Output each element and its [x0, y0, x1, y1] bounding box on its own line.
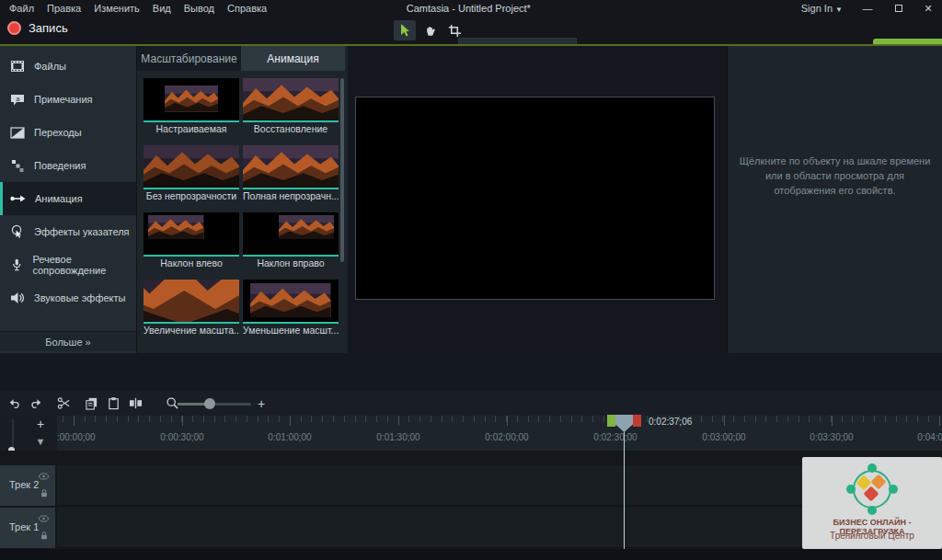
- record-icon: [7, 21, 21, 35]
- menu-file[interactable]: Файл: [9, 3, 34, 14]
- preset-scale-down[interactable]: Уменьшение масшт...: [243, 280, 339, 337]
- animation-presets-grid: Настраиваемая Восстановление Без непрозр…: [144, 78, 339, 337]
- zoom-in-button[interactable]: +: [258, 396, 265, 411]
- sidebar-item-annotations[interactable]: a Примечания: [0, 83, 136, 116]
- playhead-selection-in-handle[interactable]: [607, 415, 615, 427]
- logo-dot: [867, 506, 877, 515]
- timeline-zoom-slider-handle[interactable]: [204, 398, 215, 409]
- filmstrip-icon: [10, 60, 25, 73]
- cursor-icon: [397, 23, 412, 38]
- paste-icon: [107, 396, 121, 410]
- timeline-ruler-row: 0:00:00;00 0:00:30;00 0:01:00;00 0:01:30…: [0, 416, 942, 451]
- undo-icon: [7, 397, 21, 410]
- record-button[interactable]: Запись: [7, 21, 68, 35]
- title-bar: Файл Правка Изменить Вид Вывод Справка C…: [0, 0, 942, 17]
- cut-button[interactable]: [53, 394, 74, 414]
- ruler-tick: [507, 416, 508, 426]
- preset-tilt-right[interactable]: Наклон вправо: [243, 212, 339, 270]
- select-tool-button[interactable]: [394, 20, 416, 40]
- eye-icon[interactable]: [39, 473, 49, 480]
- watermark: БИЗНЕС ОНЛАЙН - ПЕРЕЗАГРУЗКА Тренинговый…: [802, 457, 942, 549]
- sidebar-item-cursor-effects[interactable]: Эффекты указателя: [0, 215, 136, 248]
- preset-full-opacity[interactable]: Полная непрозрачн...: [243, 145, 339, 203]
- tab-zoom-n-pan[interactable]: Масштабирование: [137, 46, 241, 71]
- speaker-icon: [10, 291, 25, 305]
- sidebar-item-behaviors[interactable]: Поведения: [0, 149, 136, 182]
- playhead-head[interactable]: [615, 415, 633, 432]
- preset-no-opacity[interactable]: Без непрозрачности: [144, 145, 239, 203]
- pan-tool-button[interactable]: [419, 20, 441, 40]
- menu-modify[interactable]: Изменить: [94, 3, 140, 14]
- svg-text:a: a: [17, 95, 20, 101]
- crop-icon: [448, 24, 462, 38]
- redo-icon: [29, 397, 43, 410]
- ruler-tick: [724, 416, 725, 426]
- tab-animations[interactable]: Анимация: [241, 46, 345, 71]
- timeline-ruler[interactable]: 0:00:00;00 0:00:30;00 0:01:00;00 0:01:30…: [57, 416, 942, 451]
- ruler-label: 0:00:00;00: [57, 432, 96, 442]
- undo-button[interactable]: [4, 394, 24, 414]
- scissors-icon: [57, 396, 71, 410]
- menu-help[interactable]: Справка: [227, 3, 267, 14]
- sidebar-more-button[interactable]: Больше »: [0, 331, 136, 351]
- menu-edit[interactable]: Правка: [47, 3, 81, 14]
- ruler-tick: [290, 416, 291, 426]
- preset-tilt-left[interactable]: Наклон влево: [144, 212, 239, 270]
- ruler-tick: [398, 416, 399, 426]
- horizontal-scrollbar[interactable]: [0, 549, 942, 560]
- track-height-slider[interactable]: [12, 419, 14, 449]
- hand-icon: [423, 24, 437, 38]
- copy-button[interactable]: [81, 394, 101, 414]
- ruler-label: 0:02:00;00: [485, 432, 528, 442]
- track-2-header[interactable]: Трек 2: [0, 465, 55, 506]
- menu-view[interactable]: Вид: [153, 3, 171, 14]
- lock-icon[interactable]: [40, 488, 49, 498]
- sidebar-item-animations[interactable]: Анимация: [0, 182, 136, 215]
- minimize-button[interactable]: —: [857, 2, 878, 15]
- media-panel-scrollbar[interactable]: [340, 78, 344, 262]
- sidebar-item-audio-effects[interactable]: Звуковые эффекты: [0, 281, 136, 314]
- maximize-icon: [895, 5, 902, 12]
- playhead-selection-out-handle[interactable]: [633, 415, 641, 427]
- sidebar-item-transitions[interactable]: Переходы: [0, 116, 136, 149]
- copy-icon: [85, 396, 98, 410]
- cursor-effects-icon: [10, 224, 25, 239]
- ruler-tick: [182, 416, 183, 426]
- logo-dot: [889, 485, 898, 494]
- sign-in-button[interactable]: Sign In ▼: [801, 3, 843, 14]
- playback-bar: ⚙ Свойства: [0, 353, 942, 391]
- playhead-timecode: 0:02:37;06: [649, 417, 692, 427]
- track-1-header[interactable]: Трек 1: [0, 508, 55, 548]
- sidebar-item-media[interactable]: Файлы: [0, 50, 136, 83]
- ruler-label: 0:00:30;00: [160, 432, 203, 442]
- properties-empty-message: Щёлкните по объекту на шкале времени или…: [738, 154, 933, 199]
- ruler-label: 0:01:00;00: [268, 432, 311, 442]
- preset-custom[interactable]: Настраиваемая: [144, 78, 239, 136]
- paste-button[interactable]: [103, 394, 123, 414]
- ruler-label: 0:04:00;00: [917, 432, 942, 442]
- redo-button[interactable]: [26, 394, 46, 414]
- track-row: Трек 1: [0, 508, 942, 549]
- split-button[interactable]: [125, 394, 145, 414]
- eye-icon[interactable]: [39, 515, 49, 522]
- lock-icon[interactable]: [40, 531, 49, 541]
- camtasia-window: Файл Правка Изменить Вид Вывод Справка C…: [0, 0, 942, 560]
- split-icon: [129, 396, 143, 410]
- menu-export[interactable]: Вывод: [184, 3, 214, 14]
- logo-dot: [846, 485, 856, 494]
- preset-restore[interactable]: Восстановление: [243, 78, 339, 136]
- preview-canvas[interactable]: [355, 97, 715, 300]
- close-button[interactable]: ✕: [918, 2, 938, 15]
- playhead[interactable]: [607, 415, 641, 432]
- microphone-icon: [10, 257, 23, 272]
- add-track-button[interactable]: +: [31, 417, 50, 431]
- sidebar-item-voice-narration[interactable]: Речевое сопровождение: [0, 248, 136, 281]
- ruler-tick: [74, 416, 75, 426]
- ruler-label: 0:03:00;00: [702, 432, 745, 442]
- transition-icon: [10, 127, 25, 139]
- collapse-tracks-button[interactable]: ▼: [31, 434, 50, 449]
- preset-scale-up[interactable]: Увеличение масшта...: [144, 280, 239, 337]
- main-toolbar: Запись 35,8% ▼ Вывод: [0, 17, 942, 44]
- watermark-logo: [846, 463, 898, 515]
- maximize-button[interactable]: [889, 2, 909, 15]
